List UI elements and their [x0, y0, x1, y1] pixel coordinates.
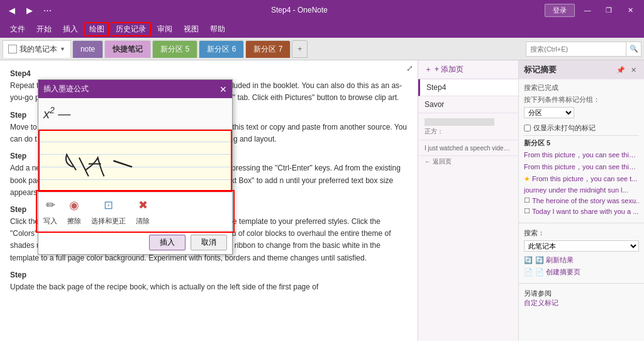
- page-comment: ← 返回页: [418, 156, 518, 169]
- tags-group-by-label: 按下列条件将标记分组：: [524, 95, 639, 104]
- tab-kuaijie[interactable]: 快捷笔记: [104, 40, 151, 58]
- main-layout: ⤢ Step4 Repeat the process for each of t…: [0, 60, 644, 341]
- tags-header: 标记摘要 📌 ✕: [519, 60, 644, 79]
- titlebar-title: Step4 - OneNote: [54, 6, 545, 14]
- tags-group-by-select[interactable]: 分区: [524, 107, 574, 118]
- menu-history[interactable]: 历史记录: [111, 22, 151, 36]
- tags-close-button[interactable]: ✕: [628, 64, 639, 75]
- menu-draw[interactable]: 绘图: [84, 22, 109, 36]
- tags-filter-row: 仅显示未打勾的标记: [524, 123, 639, 133]
- step4-title: Step4: [10, 69, 31, 78]
- more-button[interactable]: ⋯: [40, 3, 54, 17]
- tags-group-section-label: 新分区 5: [524, 138, 639, 148]
- tool-write-label: 写入: [43, 216, 57, 227]
- toolbar-red-highlight: [36, 190, 235, 233]
- step2-title: Step: [10, 152, 26, 160]
- summary-icon: 📄: [524, 268, 533, 276]
- tags-section: 搜索已完成 按下列条件将标记分组： 分区 仅显示未打勾的标记 新分区 5 Fro…: [519, 79, 644, 220]
- notebook-bar: 我的笔记本 ▼ note 快捷笔记 新分区 5 新分区 6 新分区 7 + 🔍: [0, 38, 644, 60]
- page-item-speech[interactable]: I just watched a speech videoTh: [418, 140, 518, 156]
- step1-title: Step: [10, 111, 26, 120]
- drawing-highlight: [38, 130, 232, 192]
- tool-select[interactable]: ⊡ 选择和更正: [91, 196, 126, 226]
- dialog-close-button[interactable]: ✕: [219, 85, 227, 94]
- titlebar: ◀ ▶ ⋯ Step4 - OneNote 登录 — ❐ ✕: [0, 0, 644, 20]
- tags-also-see: 另请参阅 自定义标记: [519, 286, 644, 310]
- refresh-label: 🔄 刷新结果: [535, 255, 574, 265]
- tags-result-2[interactable]: From this picture，you can see t...: [524, 173, 639, 185]
- tab-new6[interactable]: 新分区 6: [199, 40, 244, 58]
- formula-superscript: 2: [50, 105, 55, 115]
- erase-icon: ◉: [69, 196, 79, 215]
- dialog-drawing-area[interactable]: [38, 130, 232, 193]
- close-button[interactable]: ✕: [621, 3, 639, 17]
- step3-title: Step: [10, 205, 26, 214]
- tags-refresh-button[interactable]: 🔄 🔄 刷新结果: [524, 254, 639, 266]
- tool-clear[interactable]: ✖ 清除: [136, 196, 150, 226]
- tags-result-1[interactable]: From this picture，you can see this s...: [524, 161, 639, 173]
- divider2: [519, 223, 644, 223]
- menu-file[interactable]: 文件: [5, 22, 30, 36]
- tab-new5[interactable]: 新分区 5: [152, 40, 197, 58]
- pages-panel: ＋ + 添加页 Step4 Savor 正方： I just watched a…: [418, 60, 518, 341]
- add-page-label: + 添加页: [435, 64, 464, 75]
- insert-button[interactable]: 插入: [149, 235, 186, 250]
- menu-insert[interactable]: 插入: [58, 22, 83, 36]
- menu-review[interactable]: 审阅: [152, 22, 177, 36]
- dialog-title: 插入墨迹公式: [43, 83, 89, 95]
- tags-result-0[interactable]: From this picture，you can see this s...: [524, 149, 639, 161]
- tool-clear-label: 清除: [136, 216, 150, 227]
- tags-search-label: 搜索：: [524, 228, 639, 238]
- tags-panel: 标记摘要 📌 ✕ 搜索已完成 按下列条件将标记分组： 分区 仅显示未打勾的标记 …: [518, 60, 644, 341]
- restore-button[interactable]: ❐: [600, 3, 618, 17]
- tags-result-3[interactable]: journey under the midnight sun l...: [524, 185, 639, 195]
- tags-result-5[interactable]: Today I want to share with you a ...: [524, 206, 639, 216]
- page-item-step4[interactable]: Step4: [418, 79, 518, 96]
- titlebar-left: ◀ ▶ ⋯: [5, 3, 54, 17]
- cancel-button[interactable]: 取消: [191, 235, 227, 250]
- tab-new7[interactable]: 新分区 7: [245, 40, 291, 58]
- custom-tags-link[interactable]: 自定义标记: [524, 298, 639, 308]
- titlebar-right: 登录 — ❐ ✕: [545, 3, 639, 17]
- tags-status: 搜索已完成: [524, 83, 639, 92]
- tags-search-section: 搜索： 此笔记本 🔄 🔄 刷新结果 📄 📄 创建摘要页: [519, 226, 644, 281]
- forward-button[interactable]: ▶: [23, 3, 36, 17]
- tags-header-buttons: 📌 ✕: [615, 64, 639, 75]
- tags-group-by-row: 分区: [524, 107, 639, 121]
- add-section-button[interactable]: +: [292, 40, 308, 58]
- write-icon: ✏: [46, 196, 55, 215]
- notebook-label: 我的笔记本: [19, 44, 57, 55]
- tool-select-label: 选择和更正: [91, 216, 126, 227]
- menu-home[interactable]: 开始: [31, 22, 57, 36]
- tool-write[interactable]: ✏ 写入: [43, 196, 57, 226]
- expand-icon[interactable]: ⤢: [404, 63, 415, 74]
- page-item-sub2: I just watched a speech videoTh: [425, 145, 512, 152]
- math-dialog[interactable]: 插入墨迹公式 ✕ x2 —: [38, 79, 233, 255]
- back-button[interactable]: ◀: [5, 3, 19, 17]
- tags-search-select[interactable]: 此笔记本: [524, 240, 639, 252]
- tool-erase-label: 擦除: [67, 216, 81, 227]
- tags-create-summary-button[interactable]: 📄 📄 创建摘要页: [524, 266, 639, 278]
- search-bar: 🔍: [526, 42, 641, 57]
- add-page-button[interactable]: ＋ + 添加页: [418, 60, 518, 79]
- page-item-name: Step4: [426, 83, 512, 92]
- tags-filter-checkbox[interactable]: [524, 125, 531, 131]
- search-input[interactable]: [526, 42, 626, 57]
- notebook-name[interactable]: 我的笔记本 ▼: [3, 40, 71, 58]
- content-step5: Step Update the back page of the recipe …: [10, 269, 408, 293]
- page-item-savor[interactable]: Savor: [418, 96, 518, 113]
- minimize-button[interactable]: —: [579, 3, 596, 17]
- tool-erase[interactable]: ◉ 擦除: [67, 196, 81, 226]
- tags-pin-button[interactable]: 📌: [615, 64, 626, 75]
- login-button[interactable]: 登录: [545, 4, 575, 17]
- menu-view[interactable]: 视图: [179, 22, 204, 36]
- search-button[interactable]: 🔍: [626, 42, 641, 57]
- tab-note[interactable]: note: [72, 40, 103, 58]
- tags-result-4[interactable]: The heroine of the story was sexu...: [524, 195, 639, 206]
- clear-icon: ✖: [138, 196, 148, 215]
- tags-title: 标记摘要: [524, 64, 557, 75]
- page-item-blank1[interactable]: 正方：: [418, 113, 518, 140]
- step5-title: Step: [10, 271, 26, 279]
- menu-help[interactable]: 帮助: [205, 22, 230, 36]
- summary-label: 📄 创建摘要页: [535, 267, 580, 277]
